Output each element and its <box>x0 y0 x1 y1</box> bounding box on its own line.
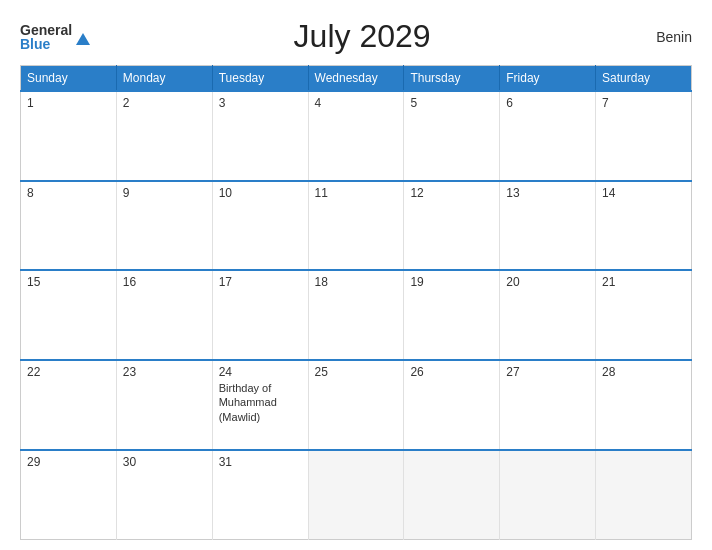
col-monday: Monday <box>116 66 212 92</box>
calendar-cell: 11 <box>308 181 404 271</box>
col-thursday: Thursday <box>404 66 500 92</box>
day-number: 28 <box>602 365 685 379</box>
col-tuesday: Tuesday <box>212 66 308 92</box>
calendar-cell: 31 <box>212 450 308 540</box>
day-number: 5 <box>410 96 493 110</box>
day-number: 10 <box>219 186 302 200</box>
day-number: 9 <box>123 186 206 200</box>
calendar-cell: 12 <box>404 181 500 271</box>
day-number: 27 <box>506 365 589 379</box>
day-number: 19 <box>410 275 493 289</box>
calendar-cell: 7 <box>596 91 692 181</box>
col-friday: Friday <box>500 66 596 92</box>
calendar-cell: 10 <box>212 181 308 271</box>
calendar-header: Sunday Monday Tuesday Wednesday Thursday… <box>21 66 692 92</box>
day-number: 6 <box>506 96 589 110</box>
logo-icon <box>74 31 92 49</box>
day-number: 11 <box>315 186 398 200</box>
day-number: 18 <box>315 275 398 289</box>
day-number: 1 <box>27 96 110 110</box>
calendar-title: July 2029 <box>92 18 632 55</box>
calendar-cell: 2 <box>116 91 212 181</box>
day-number: 8 <box>27 186 110 200</box>
day-number: 20 <box>506 275 589 289</box>
calendar-cell: 17 <box>212 270 308 360</box>
day-number: 3 <box>219 96 302 110</box>
calendar-cell: 20 <box>500 270 596 360</box>
day-number: 13 <box>506 186 589 200</box>
day-number: 12 <box>410 186 493 200</box>
col-saturday: Saturday <box>596 66 692 92</box>
country-label: Benin <box>632 29 692 45</box>
calendar-cell: 18 <box>308 270 404 360</box>
calendar-cell: 30 <box>116 450 212 540</box>
day-number: 16 <box>123 275 206 289</box>
svg-marker-0 <box>76 33 90 45</box>
day-number: 24 <box>219 365 302 379</box>
calendar-cell: 13 <box>500 181 596 271</box>
day-number: 7 <box>602 96 685 110</box>
calendar-cell: 22 <box>21 360 117 450</box>
col-sunday: Sunday <box>21 66 117 92</box>
calendar-cell: 26 <box>404 360 500 450</box>
day-number: 26 <box>410 365 493 379</box>
calendar-week-row: 891011121314 <box>21 181 692 271</box>
calendar-cell: 16 <box>116 270 212 360</box>
day-number: 14 <box>602 186 685 200</box>
day-number: 17 <box>219 275 302 289</box>
logo-general-text: General <box>20 23 72 37</box>
day-number: 29 <box>27 455 110 469</box>
calendar-cell: 28 <box>596 360 692 450</box>
calendar-cell: 9 <box>116 181 212 271</box>
calendar-week-row: 293031 <box>21 450 692 540</box>
day-number: 15 <box>27 275 110 289</box>
day-event: Birthday of Muhammad (Mawlid) <box>219 381 302 424</box>
calendar-table: Sunday Monday Tuesday Wednesday Thursday… <box>20 65 692 540</box>
day-number: 25 <box>315 365 398 379</box>
calendar-week-row: 1234567 <box>21 91 692 181</box>
calendar-week-row: 222324Birthday of Muhammad (Mawlid)25262… <box>21 360 692 450</box>
calendar-body: 123456789101112131415161718192021222324B… <box>21 91 692 540</box>
calendar-week-row: 15161718192021 <box>21 270 692 360</box>
day-number: 2 <box>123 96 206 110</box>
calendar-cell: 14 <box>596 181 692 271</box>
day-number: 4 <box>315 96 398 110</box>
calendar-cell <box>404 450 500 540</box>
calendar-cell: 21 <box>596 270 692 360</box>
day-number: 22 <box>27 365 110 379</box>
logo-blue-text: Blue <box>20 37 72 51</box>
days-of-week-row: Sunday Monday Tuesday Wednesday Thursday… <box>21 66 692 92</box>
calendar-cell: 23 <box>116 360 212 450</box>
header: General Blue July 2029 Benin <box>20 18 692 55</box>
calendar-cell: 15 <box>21 270 117 360</box>
page: General Blue July 2029 Benin Sunday Mond… <box>0 0 712 550</box>
day-number: 21 <box>602 275 685 289</box>
calendar-cell <box>596 450 692 540</box>
calendar-cell: 4 <box>308 91 404 181</box>
day-number: 23 <box>123 365 206 379</box>
calendar-cell: 3 <box>212 91 308 181</box>
calendar-cell: 24Birthday of Muhammad (Mawlid) <box>212 360 308 450</box>
calendar-cell: 1 <box>21 91 117 181</box>
col-wednesday: Wednesday <box>308 66 404 92</box>
calendar-cell: 25 <box>308 360 404 450</box>
calendar-cell: 19 <box>404 270 500 360</box>
calendar-cell: 6 <box>500 91 596 181</box>
day-number: 30 <box>123 455 206 469</box>
day-number: 31 <box>219 455 302 469</box>
calendar-cell: 27 <box>500 360 596 450</box>
calendar-cell <box>308 450 404 540</box>
logo: General Blue <box>20 23 92 51</box>
calendar-cell: 5 <box>404 91 500 181</box>
calendar-cell: 8 <box>21 181 117 271</box>
calendar-cell <box>500 450 596 540</box>
calendar-cell: 29 <box>21 450 117 540</box>
